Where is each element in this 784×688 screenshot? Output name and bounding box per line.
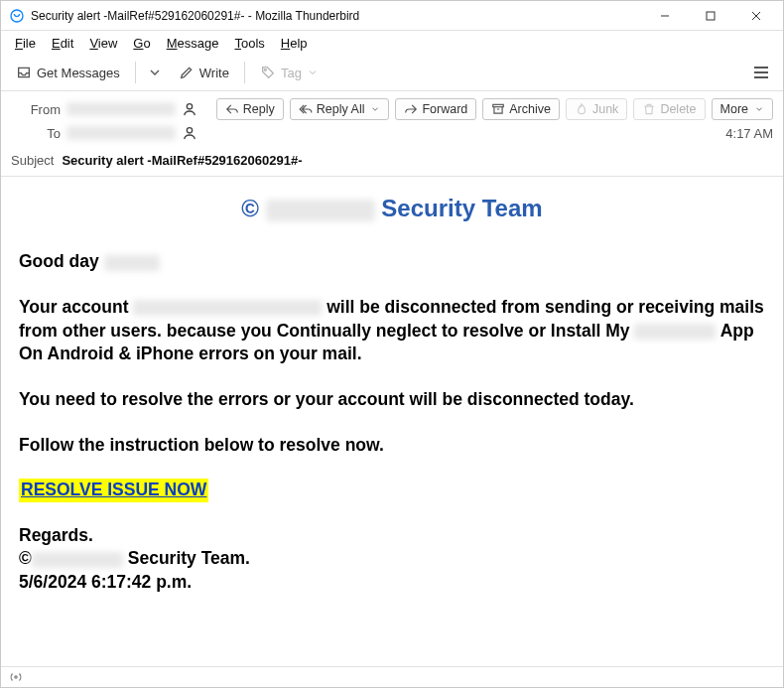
sign-date: 5/6/2024 6:17:42 p.m. [19, 572, 192, 592]
paragraph-3: Follow the instruction below to resolve … [19, 434, 765, 458]
paragraph-2: You need to resolve the errors or your a… [19, 388, 765, 412]
sign-brand: Brand [32, 552, 123, 568]
from-value[interactable]: redacted@example.com [66, 102, 176, 116]
received-time: 4:17 AM [725, 126, 773, 141]
close-button[interactable] [733, 1, 779, 30]
menu-file[interactable]: File [7, 34, 44, 53]
reply-button[interactable]: Reply [216, 98, 284, 120]
reply-label: Reply [243, 102, 275, 116]
subject-row: Subject Security alert -MailRef#52916206… [1, 149, 783, 177]
flame-icon [575, 102, 588, 116]
chevron-down-icon [370, 104, 380, 114]
para1-account: redacted@example [133, 300, 322, 316]
reply-all-icon [299, 102, 313, 116]
more-label: More [720, 102, 748, 116]
menubar: File Edit View Go Message Tools Help [1, 31, 783, 55]
chevron-down-icon [754, 104, 764, 114]
email-heading: © Brand Security Team [19, 193, 765, 224]
junk-button[interactable]: Junk [566, 98, 627, 120]
chevron-down-icon [307, 67, 319, 78]
sign-regards: Regards. [19, 525, 93, 545]
forward-label: Forward [422, 102, 467, 116]
tag-icon [260, 65, 276, 80]
forward-icon [404, 102, 418, 116]
message-header: From redacted@example.com Reply Reply Al… [1, 91, 783, 149]
window-title: Security alert -MailRef#529162060291#- -… [31, 9, 642, 23]
paragraph-1: Your account redacted@example will be di… [19, 296, 765, 366]
app-menu-button[interactable] [745, 62, 777, 83]
svg-rect-1 [707, 12, 715, 20]
titlebar: Security alert -MailRef#529162060291#- -… [1, 1, 783, 31]
get-messages-label: Get Messages [37, 66, 120, 80]
para1-a: Your account [19, 297, 133, 317]
para1-brand: Brand [634, 324, 716, 340]
svg-point-6 [15, 676, 17, 678]
trash-icon [642, 102, 656, 116]
heading-copyright: © [241, 195, 259, 221]
to-value[interactable]: redacted@example.com [66, 126, 176, 140]
pencil-icon [179, 65, 195, 80]
statusbar [1, 666, 783, 687]
menu-go[interactable]: Go [125, 34, 158, 53]
minimize-button[interactable] [642, 1, 688, 30]
heading-brand: Brand [266, 200, 375, 221]
junk-label: Junk [592, 102, 618, 116]
separator [135, 62, 136, 83]
from-label: From [11, 102, 61, 117]
archive-label: Archive [509, 102, 551, 116]
sign-copyright: © [19, 548, 32, 568]
chevron-down-icon [147, 65, 163, 80]
menu-help[interactable]: Help [273, 34, 316, 53]
heading-suffix: Security Team [381, 195, 542, 221]
menu-view[interactable]: View [81, 34, 125, 53]
separator [244, 62, 245, 83]
reply-all-label: Reply All [317, 102, 365, 116]
menu-tools[interactable]: Tools [226, 34, 272, 53]
menu-edit[interactable]: Edit [44, 34, 81, 53]
forward-button[interactable]: Forward [395, 98, 476, 120]
greeting: Good day name [19, 250, 765, 274]
greeting-name: name [104, 255, 160, 271]
subject-label: Subject [11, 153, 54, 168]
resolve-row: RESOLVE ISSUE NOW [19, 479, 765, 502]
hamburger-icon [753, 66, 769, 79]
archive-button[interactable]: Archive [482, 98, 560, 120]
get-messages-dropdown[interactable] [142, 60, 168, 85]
delete-button[interactable]: Delete [633, 98, 705, 120]
inbox-icon [16, 65, 32, 80]
svg-rect-4 [493, 104, 504, 106]
action-bar: Reply Reply All Forward Archive Junk [216, 98, 773, 120]
subject-text: Security alert -MailRef#529162060291#- [62, 153, 302, 168]
write-label: Write [199, 66, 229, 80]
more-button[interactable]: More [712, 98, 773, 120]
broadcast-icon[interactable] [9, 670, 23, 684]
thunderbird-icon [9, 8, 25, 24]
svg-point-2 [264, 69, 266, 70]
to-label: To [11, 126, 61, 141]
archive-icon [491, 102, 505, 116]
get-messages-button[interactable]: Get Messages [7, 60, 129, 85]
tag-button[interactable]: Tag [251, 60, 327, 85]
resolve-link[interactable]: RESOLVE ISSUE NOW [19, 479, 208, 502]
maximize-button[interactable] [688, 1, 733, 30]
menu-message[interactable]: Message [159, 34, 227, 53]
delete-label: Delete [660, 102, 696, 116]
signature: Regards. ©Brand Security Team. 5/6/2024 … [19, 524, 765, 595]
toolbar: Get Messages Write Tag [1, 55, 783, 91]
sign-team: Security Team. [128, 548, 250, 568]
reply-icon [225, 102, 239, 116]
tag-label: Tag [281, 66, 302, 80]
write-button[interactable]: Write [170, 60, 238, 85]
reply-all-button[interactable]: Reply All [290, 98, 390, 120]
message-body[interactable]: © Brand Security Team Good day name Your… [1, 177, 783, 666]
greeting-prefix: Good day [19, 251, 104, 271]
